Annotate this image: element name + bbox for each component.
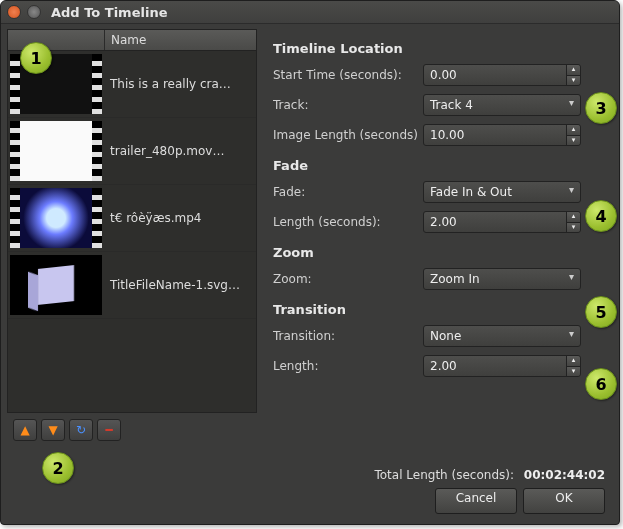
remove-button[interactable]: ━ [97, 419, 121, 441]
dialog-buttons: Cancel OK [435, 488, 605, 514]
start-time-value: 0.00 [430, 68, 457, 82]
section-fade-title: Fade [273, 158, 581, 173]
file-name: t€ rôèÿæs.mp4 [104, 211, 256, 225]
footer: Total Length (seconds): 00:02:44:02 Canc… [1, 460, 619, 524]
file-list: Name This is a really cra… trailer_480p.… [7, 29, 257, 413]
image-length-input[interactable]: 10.00 ▴▾ [423, 124, 581, 146]
annotation-badge-4: 4 [585, 200, 617, 232]
main-area: Name This is a really cra… trailer_480p.… [1, 23, 619, 460]
dialog-window: Add To Timeline Name This is a really cr… [0, 0, 620, 525]
fade-length-input[interactable]: 2.00 ▴▾ [423, 211, 581, 233]
thumbnail [10, 188, 102, 248]
total-length: Total Length (seconds): 00:02:44:02 [374, 468, 605, 482]
ok-button[interactable]: OK [523, 488, 605, 514]
file-name: This is a really cra… [104, 77, 256, 91]
thumbnail [10, 121, 102, 181]
minimize-icon[interactable] [27, 5, 41, 19]
fade-label: Fade: [273, 185, 423, 199]
close-icon[interactable] [7, 5, 21, 19]
fade-length-value: 2.00 [430, 215, 457, 229]
move-up-button[interactable]: ▲ [13, 419, 37, 441]
zoom-label: Zoom: [273, 272, 423, 286]
form-panel: Timeline Location Start Time (seconds): … [263, 23, 619, 460]
list-toolbar: ▲ ▼ ↻ ━ [7, 413, 257, 441]
cancel-button[interactable]: Cancel [435, 488, 517, 514]
titlebar: Add To Timeline [1, 1, 619, 24]
content: Name This is a really cra… trailer_480p.… [1, 23, 619, 524]
track-label: Track: [273, 98, 423, 112]
section-zoom-title: Zoom [273, 245, 581, 260]
stepper-icon[interactable]: ▴▾ [566, 212, 580, 232]
track-value: Track 4 [430, 98, 473, 112]
shuffle-button[interactable]: ↻ [69, 419, 93, 441]
stepper-icon[interactable]: ▴▾ [566, 356, 580, 376]
start-time-input[interactable]: 0.00 ▴▾ [423, 64, 581, 86]
annotation-badge-2: 2 [42, 452, 74, 484]
transition-length-label: Length: [273, 359, 423, 373]
stepper-icon[interactable]: ▴▾ [566, 125, 580, 145]
section-timeline-title: Timeline Location [273, 41, 581, 56]
list-item[interactable]: t€ rôèÿæs.mp4 [8, 185, 256, 252]
zoom-select[interactable]: Zoom In [423, 268, 581, 290]
fade-length-label: Length (seconds): [273, 215, 423, 229]
file-name: TitleFileName-1.svg… [104, 278, 256, 292]
fade-select[interactable]: Fade In & Out [423, 181, 581, 203]
list-item[interactable]: trailer_480p.mov… [8, 118, 256, 185]
total-length-value: 00:02:44:02 [524, 468, 605, 482]
annotation-badge-3: 3 [585, 92, 617, 124]
transition-length-input[interactable]: 2.00 ▴▾ [423, 355, 581, 377]
thumbnail [10, 255, 102, 315]
annotation-badge-1: 1 [20, 42, 52, 74]
stepper-icon[interactable]: ▴▾ [566, 65, 580, 85]
file-name: trailer_480p.mov… [104, 144, 256, 158]
move-down-button[interactable]: ▼ [41, 419, 65, 441]
fade-value: Fade In & Out [430, 185, 512, 199]
transition-label: Transition: [273, 329, 423, 343]
annotation-badge-6: 6 [585, 368, 617, 400]
zoom-value: Zoom In [430, 272, 480, 286]
start-time-label: Start Time (seconds): [273, 68, 423, 82]
annotation-badge-5: 5 [585, 296, 617, 328]
col-name-header: Name [105, 30, 256, 50]
left-panel: Name This is a really cra… trailer_480p.… [1, 23, 263, 460]
image-length-label: Image Length (seconds) [273, 128, 423, 142]
section-transition-title: Transition [273, 302, 581, 317]
list-item[interactable]: TitleFileName-1.svg… [8, 252, 256, 319]
transition-value: None [430, 329, 461, 343]
track-select[interactable]: Track 4 [423, 94, 581, 116]
transition-length-value: 2.00 [430, 359, 457, 373]
window-title: Add To Timeline [51, 5, 167, 20]
transition-select[interactable]: None [423, 325, 581, 347]
image-length-value: 10.00 [430, 128, 464, 142]
total-length-label: Total Length (seconds): [374, 468, 514, 482]
